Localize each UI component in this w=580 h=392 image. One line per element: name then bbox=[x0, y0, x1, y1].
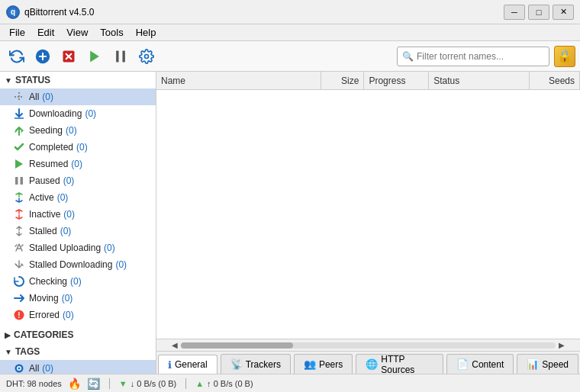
menu-tools[interactable]: Tools bbox=[94, 25, 129, 40]
options-btn[interactable] bbox=[134, 45, 159, 68]
pause-btn[interactable] bbox=[108, 45, 133, 68]
tab-trackers[interactable]: 📡 Trackers bbox=[221, 354, 291, 374]
stalled-uploading-icon bbox=[12, 241, 26, 255]
remove-btn[interactable] bbox=[56, 45, 81, 68]
torrent-body bbox=[156, 90, 580, 339]
lock-btn[interactable]: 🔒 bbox=[554, 46, 575, 67]
seeding-count: (0) bbox=[66, 125, 77, 136]
sync-btn[interactable] bbox=[5, 45, 29, 68]
maximize-btn[interactable]: □ bbox=[528, 5, 549, 20]
categories-arrow-icon: ▶ bbox=[5, 331, 11, 339]
status-arrow-icon: ▼ bbox=[5, 76, 12, 85]
stalled-downloading-count: (0) bbox=[115, 259, 127, 270]
sidebar-item-errored[interactable]: ! Errored (0) bbox=[0, 307, 156, 323]
seeding-icon bbox=[12, 124, 26, 137]
peers-tab-icon: 👥 bbox=[304, 358, 316, 370]
tab-peers[interactable]: 👥 Peers bbox=[294, 354, 353, 374]
horizontal-scrollbar[interactable]: ◀ ▶ bbox=[156, 339, 580, 351]
status-sep-1 bbox=[109, 378, 110, 389]
title-bar: q qBittorrent v4.5.0 ─ □ ✕ bbox=[0, 0, 580, 24]
stalled-downloading-label: Stalled Downloading bbox=[29, 259, 112, 270]
completed-count: (0) bbox=[76, 142, 88, 153]
stalled-uploading-count: (0) bbox=[104, 243, 115, 253]
downloading-label: Downloading bbox=[29, 108, 82, 119]
resume-btn[interactable] bbox=[82, 45, 107, 68]
stalled-uploading-label: Stalled Uploading bbox=[29, 243, 101, 253]
sidebar-item-stalled-downloading[interactable]: Stalled Downloading (0) bbox=[0, 256, 156, 273]
add-torrent-btn[interactable] bbox=[31, 45, 55, 68]
resumed-label: Resumed bbox=[29, 159, 68, 169]
window-controls: ─ □ ✕ bbox=[504, 5, 574, 20]
svg-point-9 bbox=[145, 54, 149, 58]
download-icon: ▼ bbox=[119, 379, 127, 388]
tab-speed[interactable]: 📊 Speed bbox=[517, 354, 578, 374]
tab-content[interactable]: 📄 Content bbox=[446, 354, 514, 374]
menu-file[interactable]: File bbox=[3, 25, 31, 40]
search-box[interactable]: 🔍 bbox=[397, 47, 549, 66]
sidebar-item-inactive[interactable]: Inactive (0) bbox=[0, 206, 156, 223]
content-tab-icon: 📄 bbox=[456, 358, 469, 370]
scroll-left-btn[interactable]: ◀ bbox=[169, 341, 181, 349]
sidebar-item-seeding[interactable]: Seeding (0) bbox=[0, 122, 156, 139]
sidebar-item-all[interactable]: All (0) bbox=[0, 88, 156, 105]
http-sources-tab-label: HTTP Sources bbox=[381, 354, 433, 374]
sidebar: ▼ STATUS All (0) Downloading ( bbox=[0, 72, 156, 374]
all-icon bbox=[12, 90, 26, 104]
speed-tab-icon: 📊 bbox=[527, 358, 539, 370]
col-status-header[interactable]: Status bbox=[429, 72, 530, 89]
flame-icon: 🔥 bbox=[68, 378, 81, 390]
sidebar-item-paused[interactable]: Paused (0) bbox=[0, 172, 156, 189]
downloading-icon bbox=[12, 107, 26, 120]
content-tab-label: Content bbox=[472, 359, 504, 370]
close-btn[interactable]: ✕ bbox=[553, 5, 574, 20]
tab-general[interactable]: ℹ General bbox=[158, 355, 218, 374]
checking-icon bbox=[12, 275, 26, 288]
inactive-icon bbox=[12, 207, 26, 221]
sidebar-item-resumed[interactable]: Resumed (0) bbox=[0, 156, 156, 172]
svg-rect-14 bbox=[15, 177, 18, 185]
search-input[interactable] bbox=[417, 51, 544, 62]
dht-status: DHT: 98 nodes bbox=[6, 379, 62, 388]
scroll-thumb[interactable] bbox=[181, 342, 293, 349]
main-content: ▼ STATUS All (0) Downloading ( bbox=[0, 72, 580, 374]
tags-arrow-icon: ▼ bbox=[5, 348, 12, 356]
completed-icon bbox=[12, 140, 26, 154]
seeding-label: Seeding bbox=[29, 125, 63, 136]
downloading-count: (0) bbox=[85, 108, 96, 119]
col-name-header[interactable]: Name bbox=[156, 72, 321, 89]
sidebar-item-tags-all[interactable]: All (0) bbox=[0, 360, 156, 374]
tab-http-sources[interactable]: 🌐 HTTP Sources bbox=[356, 354, 443, 374]
col-size-header[interactable]: Size bbox=[321, 72, 365, 89]
search-icon: 🔍 bbox=[402, 51, 414, 62]
menu-edit[interactable]: Edit bbox=[31, 25, 60, 40]
tags-all-count: (0) bbox=[42, 363, 53, 374]
status-section-label: STATUS bbox=[15, 75, 50, 85]
peers-tab-label: Peers bbox=[319, 359, 343, 370]
menu-help[interactable]: Help bbox=[130, 25, 163, 40]
sidebar-item-stalled-uploading[interactable]: Stalled Uploading (0) bbox=[0, 239, 156, 256]
tags-section-header[interactable]: ▼ TAGS bbox=[0, 343, 156, 360]
sidebar-item-moving[interactable]: Moving (0) bbox=[0, 290, 156, 307]
dht-flame: 🔥 bbox=[68, 378, 81, 390]
svg-marker-13 bbox=[15, 159, 23, 169]
sidebar-item-active[interactable]: Active (0) bbox=[0, 189, 156, 206]
scroll-track[interactable] bbox=[181, 342, 556, 349]
sidebar-item-completed[interactable]: Completed (0) bbox=[0, 139, 156, 156]
sidebar-item-downloading[interactable]: Downloading (0) bbox=[0, 105, 156, 122]
errored-label: Errored bbox=[29, 310, 60, 320]
col-progress-header[interactable]: Progress bbox=[364, 72, 429, 89]
torrent-header: Name Size Progress Status Seeds bbox=[156, 72, 580, 90]
lock-icon: 🔒 bbox=[557, 49, 572, 63]
sidebar-item-checking[interactable]: Checking (0) bbox=[0, 273, 156, 290]
sidebar-item-stalled[interactable]: Stalled (0) bbox=[0, 223, 156, 239]
col-seeds-header[interactable]: Seeds bbox=[530, 72, 580, 89]
all-count: (0) bbox=[42, 92, 53, 102]
categories-section-header[interactable]: ▶ CATEGORIES bbox=[0, 326, 156, 343]
status-section-header[interactable]: ▼ STATUS bbox=[0, 72, 156, 88]
minimize-btn[interactable]: ─ bbox=[504, 5, 525, 20]
tags-all-label: All bbox=[29, 363, 39, 374]
svg-marker-6 bbox=[90, 50, 99, 62]
menu-view[interactable]: View bbox=[60, 25, 94, 40]
resumed-icon bbox=[12, 157, 26, 171]
scroll-right-btn[interactable]: ▶ bbox=[556, 341, 568, 349]
